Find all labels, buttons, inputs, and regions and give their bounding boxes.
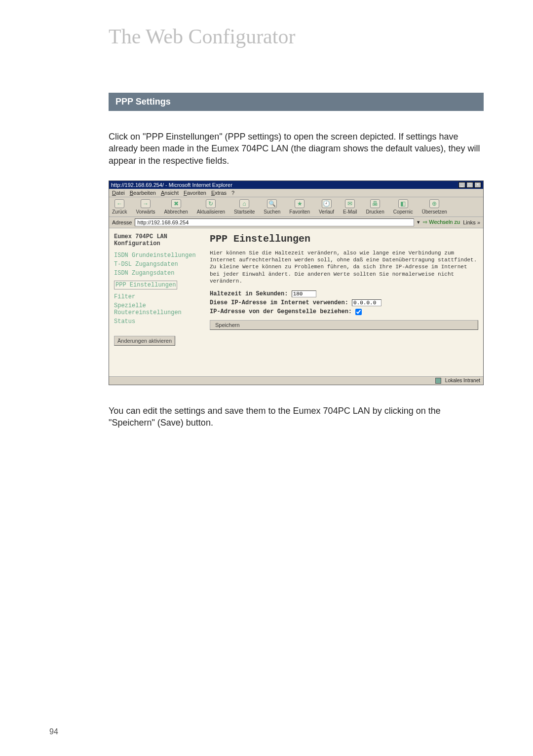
menu-bearbeiten[interactable]: Bearbeiten	[130, 190, 156, 196]
zone-label: Lokales Intranet	[445, 378, 480, 383]
links-label[interactable]: Links »	[463, 219, 480, 225]
toolbar-label: Aktualisieren	[197, 209, 225, 215]
toolbar-print-button[interactable]: 🖶Drucken	[366, 199, 384, 215]
holdtime-input[interactable]	[292, 290, 316, 297]
sidebar-item-4[interactable]: Filter	[114, 293, 203, 300]
section-heading: PPP Settings	[109, 93, 484, 111]
toolbar-label: Verlauf	[319, 209, 334, 215]
history-icon: 🕘	[322, 199, 332, 208]
copernic-icon: ◧	[398, 199, 408, 208]
maximize-icon[interactable]: □	[466, 182, 473, 188]
save-button[interactable]: Speichern	[210, 320, 478, 330]
ie-addressbar: Adresse http://192.168.69.254 ▾ ⇨ Wechse…	[109, 217, 483, 228]
activate-changes-button[interactable]: Änderungen aktivieren	[114, 336, 175, 346]
settings-heading: PPP Einstellungen	[210, 233, 478, 245]
config-sidebar: Eumex 704PC LAN Konfiguration ISDN Grund…	[114, 233, 203, 371]
menu-datei[interactable]: Datei	[112, 190, 125, 196]
toolbar-label: Suchen	[264, 209, 280, 215]
sidebar-header: Eumex 704PC LAN Konfiguration	[114, 233, 203, 247]
sidebar-item-0[interactable]: ISDN Grundeinstellungen	[114, 252, 203, 259]
refresh-icon: ↻	[206, 199, 216, 208]
toolbar-copernic-button[interactable]: ◧Copernic	[393, 199, 413, 215]
toolbar-stop-button[interactable]: ✖Abbrechen	[164, 199, 188, 215]
settings-description: Hier können Sie die Haltezeit verändern,…	[210, 250, 478, 285]
toolbar-home-button[interactable]: ⌂Startseite	[234, 199, 255, 215]
translate-icon: ⊕	[429, 199, 439, 208]
sidebar-item-2[interactable]: ISDN Zugangsdaten	[114, 270, 203, 277]
useip-label: Diese IP-Adresse im Internet verwenden:	[210, 299, 348, 306]
close-icon[interactable]: ×	[474, 182, 481, 188]
toolbar-mail-button[interactable]: ✉E-Mail	[343, 199, 357, 215]
toolbar-refresh-button[interactable]: ↻Aktualisieren	[197, 199, 225, 215]
sidebar-item-5[interactable]: Spezielle Routereinstellungen	[114, 302, 203, 316]
toolbar-label: Vorwärts	[136, 209, 155, 215]
ie-window-title: http://192.168.69.254/ - Microsoft Inter…	[111, 182, 232, 188]
sidebar-item-6[interactable]: Status	[114, 318, 203, 325]
getip-label: IP-Adresse von der Gegenstelle beziehen:	[210, 308, 352, 315]
toolbar-label: Übersetzen	[422, 209, 447, 215]
ie-content-area: Eumex 704PC LAN Konfiguration ISDN Grund…	[109, 228, 483, 376]
print-icon: 🖶	[370, 199, 380, 208]
address-input[interactable]: http://192.168.69.254	[135, 218, 414, 226]
holdtime-label: Haltezeit in Sekunden:	[210, 290, 288, 297]
useip-input[interactable]	[352, 299, 381, 306]
sidebar-item-3[interactable]: PPP Einstellungen	[114, 281, 177, 289]
ie-menubar: Datei Bearbeiten Ansicht Favoriten Extra…	[109, 189, 483, 197]
stop-icon: ✖	[171, 199, 181, 208]
menu-ansicht[interactable]: Ansicht	[161, 190, 179, 196]
toolbar-label: Abbrechen	[164, 209, 188, 215]
ie-statusbar: Lokales Intranet	[109, 376, 483, 385]
toolbar-label: Startseite	[234, 209, 255, 215]
toolbar-label: Favoriten	[289, 209, 310, 215]
home-icon: ⌂	[239, 199, 249, 208]
page-title: The Web Configurator	[109, 25, 484, 48]
zone-icon	[435, 378, 441, 384]
toolbar-search-button[interactable]: 🔍Suchen	[264, 199, 280, 215]
sidebar-item-1[interactable]: T-DSL Zugangsdaten	[114, 261, 203, 268]
getip-checkbox[interactable]	[355, 309, 362, 315]
toolbar-back-button[interactable]: ←Zurück	[112, 199, 127, 215]
page-number: 94	[49, 727, 58, 736]
ie-window: http://192.168.69.254/ - Microsoft Inter…	[109, 180, 484, 385]
menu-extras[interactable]: Extras	[211, 190, 227, 196]
ie-titlebar: http://192.168.69.254/ - Microsoft Inter…	[109, 181, 483, 189]
search-icon: 🔍	[267, 199, 277, 208]
toolbar-label: E-Mail	[343, 209, 357, 215]
ie-toolbar: ←Zurück→Vorwärts✖Abbrechen↻Aktualisieren…	[109, 197, 483, 217]
toolbar-favorites-button[interactable]: ★Favoriten	[289, 199, 310, 215]
intro-paragraph: Click on "PPP Einstellungen" (PPP settin…	[109, 131, 484, 167]
go-label: Wechseln zu	[429, 219, 460, 225]
address-dropdown-icon[interactable]: ▾	[417, 219, 420, 225]
forward-icon: →	[141, 199, 151, 208]
toolbar-forward-button[interactable]: →Vorwärts	[136, 199, 155, 215]
config-main: PPP Einstellungen Hier können Sie die Ha…	[210, 233, 478, 371]
toolbar-label: Drucken	[366, 209, 384, 215]
toolbar-label: Copernic	[393, 209, 413, 215]
toolbar-history-button[interactable]: 🕘Verlauf	[319, 199, 334, 215]
toolbar-translate-button[interactable]: ⊕Übersetzen	[422, 199, 447, 215]
mail-icon: ✉	[345, 199, 355, 208]
address-label: Adresse	[112, 219, 132, 225]
menu-favoriten[interactable]: Favoriten	[184, 190, 206, 196]
favorites-icon: ★	[295, 199, 305, 208]
outro-paragraph: You can edit the settings and save them …	[109, 405, 484, 429]
menu-help[interactable]: ?	[231, 190, 234, 196]
back-icon: ←	[114, 199, 124, 208]
toolbar-label: Zurück	[112, 209, 127, 215]
go-button[interactable]: ⇨ Wechseln zu	[423, 219, 460, 225]
minimize-icon[interactable]: _	[458, 182, 465, 188]
